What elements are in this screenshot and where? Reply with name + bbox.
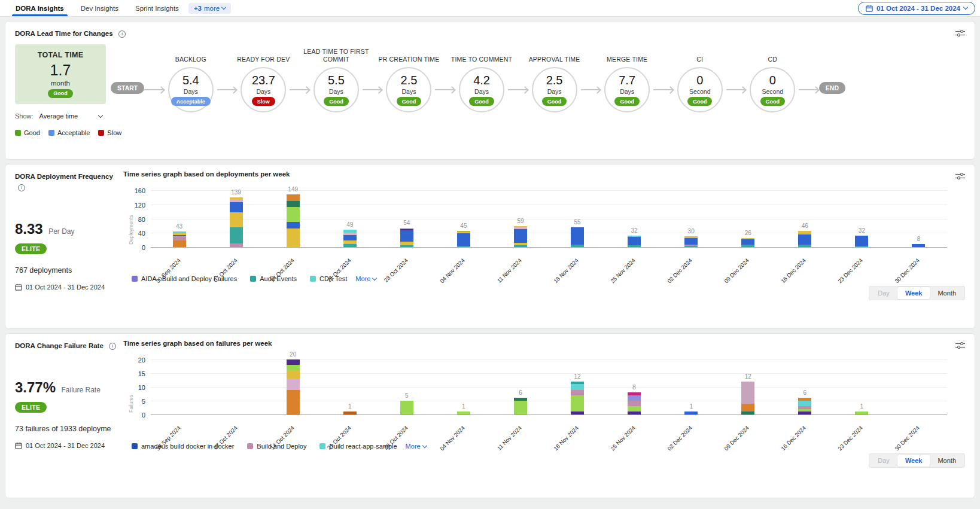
bar-segment[interactable] [287,379,300,389]
bar-segment[interactable] [287,228,300,247]
flow-stage-circle[interactable]: 5.5DaysGood [314,67,359,112]
legend-more-link[interactable]: More [406,443,427,450]
info-icon[interactable]: i [118,31,126,38]
bar-25-nov-2024[interactable] [628,236,641,247]
period-option-month[interactable]: Month [930,287,964,299]
bar-segment[interactable] [514,401,527,414]
tab-dev-insights[interactable]: Dev Insights [74,0,126,16]
bar-18-nov-2024[interactable] [571,227,584,247]
bar-segment[interactable] [855,236,868,246]
bar-segment[interactable] [855,412,868,414]
bar-segment[interactable] [287,194,300,201]
more-tabs-dropdown[interactable]: +3 more [188,3,231,14]
bar-07-oct-2024[interactable] [230,197,243,247]
bar-segment[interactable] [457,233,470,245]
bar-segment[interactable] [571,245,584,247]
bar-segment[interactable] [457,246,470,247]
bar-segment[interactable] [343,244,357,247]
bar-segment[interactable] [571,412,584,414]
bar-segment[interactable] [287,359,300,365]
flow-stage-circle[interactable]: 23.7DaysSlow [241,67,286,112]
bar-segment[interactable] [230,243,243,247]
bar-23-dec-2024[interactable] [855,236,868,247]
bar-segment[interactable] [798,401,811,406]
bar-segment[interactable] [741,404,754,412]
bar-21-oct-2024[interactable] [343,412,357,414]
bar-segment[interactable] [400,245,413,247]
bar-segment[interactable] [230,202,243,212]
flow-stage-circle[interactable]: 5.4DaysAcceptable [168,67,214,112]
bar-segment[interactable] [230,227,243,243]
bar-segment[interactable] [912,244,925,247]
bar-segment[interactable] [684,238,698,245]
bar-segment[interactable] [571,227,584,245]
bar-segment[interactable] [628,406,641,412]
bar-segment[interactable] [684,412,698,414]
bar-11-nov-2024[interactable] [514,226,527,247]
bar-segment[interactable] [741,382,754,404]
bar-segment[interactable] [400,401,413,414]
bar-segment[interactable] [343,235,357,240]
bar-segment[interactable] [287,390,300,414]
bar-30-sep-2024[interactable] [173,231,186,247]
bar-segment[interactable] [628,412,641,414]
bar-16-dec-2024[interactable] [798,398,811,414]
bar-30-dec-2024[interactable] [912,244,925,247]
bar-segment[interactable] [798,234,811,245]
bar-14-oct-2024[interactable] [287,359,300,414]
bar-11-nov-2024[interactable] [514,398,527,414]
bar-18-nov-2024[interactable] [571,382,584,414]
bar-04-nov-2024[interactable] [457,412,470,414]
bar-segment[interactable] [514,229,527,243]
flow-stage-circle[interactable]: 0SecondGood [750,67,795,112]
bar-09-dec-2024[interactable] [741,238,754,247]
flow-stage-circle[interactable]: 4.2DaysGood [459,67,504,112]
bar-segment[interactable] [514,245,527,247]
bar-28-oct-2024[interactable] [400,401,413,414]
bar-segment[interactable] [287,370,300,379]
bar-28-oct-2024[interactable] [400,228,413,247]
bar-segment[interactable] [287,201,300,207]
bar-segment[interactable] [343,412,357,414]
bar-segment[interactable] [628,237,641,245]
info-icon[interactable]: i [109,343,116,350]
legend-more-link[interactable]: More [355,275,376,282]
chart-settings-icon[interactable] [955,29,965,39]
bar-segment[interactable] [741,239,754,245]
bar-segment[interactable] [287,207,300,222]
bar-23-dec-2024[interactable] [855,412,868,414]
bar-segment[interactable] [798,412,811,414]
bar-04-nov-2024[interactable] [457,231,470,247]
bar-16-dec-2024[interactable] [798,231,811,247]
show-metric-selector[interactable]: Show: Average time [15,112,106,120]
date-range-picker[interactable]: 01 Oct 2024 - 31 Dec 2024 [858,2,975,15]
bar-segment[interactable] [571,384,584,389]
period-option-month[interactable]: Month [930,455,964,467]
bar-segment[interactable] [628,401,641,406]
bar-segment[interactable] [230,212,243,227]
bar-segment[interactable] [400,230,413,242]
bar-02-dec-2024[interactable] [684,236,698,247]
period-option-week[interactable]: Week [897,455,930,467]
bar-segment[interactable] [741,412,754,414]
bar-segment[interactable] [628,245,641,247]
bar-segment[interactable] [798,245,811,247]
period-option-week[interactable]: Week [897,287,930,299]
bar-segment[interactable] [855,246,868,247]
tab-dora-insights[interactable]: DORA Insights [8,0,71,16]
bar-segment[interactable] [741,245,754,247]
bar-segment[interactable] [684,246,698,247]
bar-25-nov-2024[interactable] [628,392,641,414]
info-icon[interactable]: i [18,184,25,191]
flow-stage-circle[interactable]: 7.7DaysGood [604,67,650,112]
bar-segment[interactable] [287,365,300,370]
bar-14-oct-2024[interactable] [287,194,300,247]
flow-stage-circle[interactable]: 0SecondGood [677,67,723,112]
flow-stage-circle[interactable]: 2.5DaysGood [532,67,577,112]
bar-segment[interactable] [457,412,470,414]
bar-21-oct-2024[interactable] [343,230,357,247]
bar-segment[interactable] [571,395,584,412]
bar-02-dec-2024[interactable] [684,412,698,414]
bar-segment[interactable] [628,395,641,401]
bar-segment[interactable] [173,240,186,247]
